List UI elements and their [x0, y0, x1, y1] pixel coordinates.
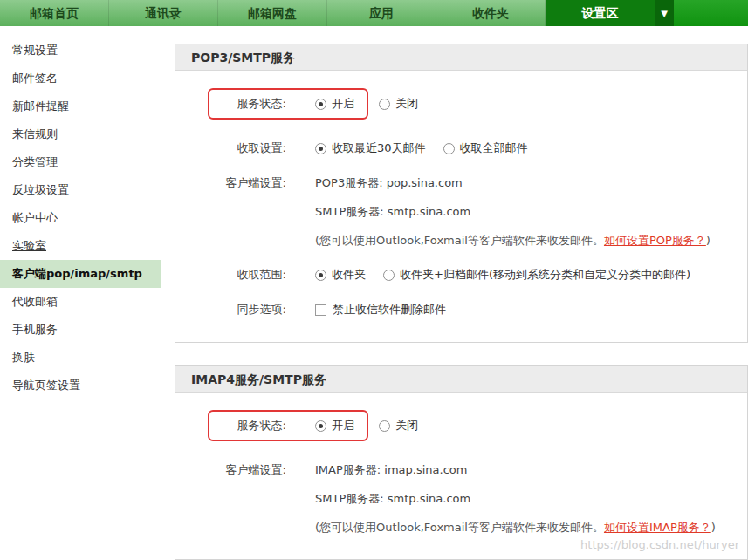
imap-status-on-label: 开启 [332, 418, 354, 434]
chevron-down-icon: ▼ [661, 9, 668, 18]
imap-client-note: (您可以使用Outlook,Foxmail等客户端软件来收发邮件。如何设置IMA… [315, 520, 716, 535]
pop-scope-archive-radio[interactable]: 收件夹+归档邮件(移动到系统分类和自定义分类中的邮件) [383, 267, 690, 283]
radio-icon [315, 143, 326, 154]
sidebar-item-incoming-rules[interactable]: 来信规则 [0, 120, 161, 148]
sidebar-item-account-center[interactable]: 帐户中心 [0, 204, 161, 232]
pop-status-on-radio[interactable]: 开启 [315, 96, 354, 112]
pop-client-note: (您可以使用Outlook,Foxmail等客户端软件来收发邮件。如何设置POP… [315, 233, 710, 248]
pop-note-suffix: ) [706, 234, 710, 247]
settings-page: 邮箱首页 通讯录 邮箱网盘 应用 收件夹 设置区 ▼ 常规设置 邮件签名 新邮件… [0, 0, 748, 560]
sidebar-item-category-management[interactable]: 分类管理 [0, 148, 161, 176]
pop-fetch-scope-label: 收取范围: [215, 267, 286, 283]
imap-server-line: IMAP服务器: imap.sina.com [315, 462, 716, 477]
sidebar-item-new-mail-alert[interactable]: 新邮件提醒 [0, 92, 161, 120]
pop-fetch-setting-row: 收取设置: 收取最近30天邮件 收取全部邮件 [215, 140, 730, 156]
radio-icon [383, 270, 395, 281]
sidebar-item-antispam-settings[interactable]: 反垃圾设置 [0, 176, 161, 204]
imap-help-link[interactable]: 如何设置IMAP服务？ [604, 521, 711, 534]
imap-status-off-radio[interactable]: 关闭 [379, 418, 418, 434]
checkbox-icon [315, 304, 326, 316]
pop-sync-checkbox-label: 禁止收信软件删除邮件 [333, 302, 446, 318]
imap-service-status-label: 服务状态: [215, 418, 286, 434]
pop-client-settings-lines: POP3服务器: pop.sina.com SMTP服务器: smtp.sina… [315, 175, 710, 248]
tab-settings-area[interactable]: 设置区 [546, 0, 655, 26]
sidebar-item-mobile-service[interactable]: 手机服务 [0, 316, 161, 344]
tab-inbox[interactable]: 收件夹 [436, 0, 546, 26]
sidebar-item-delegate-mailbox[interactable]: 代收邮箱 [0, 288, 161, 316]
pop3-smtp-section: POP3/SMTP服务 服务状态: 开启 关闭 [175, 44, 748, 343]
pop-status-off-label: 关闭 [395, 96, 418, 112]
pop-fetch-scope-row: 收取范围: 收件夹 收件夹+归档邮件(移动到系统分类和自定义分类中的邮件) [215, 267, 730, 283]
pop-fetch-all-label: 收取全部邮件 [460, 140, 528, 156]
pop-smtp-server-line: SMTP服务器: smtp.sina.com [315, 204, 710, 219]
sidebar-item-lab[interactable]: 实验室 [0, 232, 161, 260]
radio-icon [315, 270, 326, 281]
radio-icon [315, 99, 326, 110]
tab-contacts[interactable]: 通讯录 [109, 0, 218, 26]
pop-service-status-row: 服务状态: 开启 关闭 [215, 88, 730, 120]
pop-client-settings-label: 客户端设置: [215, 175, 286, 191]
pop-note-text: (您可以使用Outlook,Foxmail等客户端软件来收发邮件。 [315, 234, 604, 247]
settings-main: POP3/SMTP服务 服务状态: 开启 关闭 [161, 26, 748, 560]
radio-icon [379, 99, 390, 110]
pop-scope-inbox-radio[interactable]: 收件夹 [315, 267, 366, 283]
nav-filler [674, 0, 748, 26]
pop-service-status-label: 服务状态: [215, 96, 286, 112]
imap-note-suffix: ) [711, 521, 716, 534]
pop-client-settings-row: 客户端设置: POP3服务器: pop.sina.com SMTP服务器: sm… [215, 175, 730, 248]
settings-dropdown-toggle[interactable]: ▼ [655, 0, 674, 26]
sidebar-item-mail-signature[interactable]: 邮件签名 [0, 65, 161, 92]
tab-mail-drive[interactable]: 邮箱网盘 [218, 0, 327, 26]
top-nav: 邮箱首页 通讯录 邮箱网盘 应用 收件夹 设置区 ▼ [0, 0, 748, 26]
radio-icon [315, 420, 326, 432]
watermark-text: https://blog.csdn.net/huryer [580, 538, 739, 551]
pop-sync-option-label: 同步选项: [215, 302, 286, 318]
pop3-section-body: 服务状态: 开启 关闭 收取设置: 收取最近 [175, 71, 747, 342]
sidebar-item-nav-tab-settings[interactable]: 导航页签设置 [0, 372, 161, 400]
pop-fetch-all-radio[interactable]: 收取全部邮件 [443, 140, 528, 156]
settings-sidebar: 常规设置 邮件签名 新邮件提醒 来信规则 分类管理 反垃圾设置 帐户中心 实验室… [0, 26, 161, 560]
pop-service-status-highlight: 服务状态: 开启 [208, 88, 368, 120]
imap-status-on-radio[interactable]: 开启 [315, 418, 354, 434]
pop-server-line: POP3服务器: pop.sina.com [315, 175, 710, 190]
imap-client-settings-label: 客户端设置: [215, 462, 286, 478]
tab-apps[interactable]: 应用 [327, 0, 436, 26]
imap-service-status-row: 服务状态: 开启 关闭 [215, 410, 730, 441]
sidebar-item-general-settings[interactable]: 常规设置 [0, 37, 161, 65]
imap4-section-body: 服务状态: 开启 关闭 客户端设置: IMAP服务器: imap.si [175, 393, 747, 559]
pop-status-on-label: 开启 [332, 96, 354, 112]
pop-status-off-radio[interactable]: 关闭 [379, 96, 418, 112]
imap4-smtp-section: IMAP4服务/SMTP服务 服务状态: 开启 关闭 [175, 365, 748, 560]
imap-client-settings-row: 客户端设置: IMAP服务器: imap.sina.com SMTP服务器: s… [215, 462, 730, 535]
radio-icon [443, 143, 455, 154]
pop-fetch-recent-label: 收取最近30天邮件 [332, 140, 426, 156]
radio-icon [379, 420, 390, 432]
pop-fetch-setting-label: 收取设置: [215, 140, 286, 156]
pop-sync-option-row: 同步选项: 禁止收信软件删除邮件 [215, 302, 730, 318]
sidebar-item-client-pop-imap-smtp[interactable]: 客户端pop/imap/smtp [0, 260, 161, 288]
pop-help-link[interactable]: 如何设置POP服务？ [604, 234, 706, 247]
pop3-section-title: POP3/SMTP服务 [175, 44, 747, 71]
imap-service-status-highlight: 服务状态: 开启 [208, 410, 368, 441]
pop-scope-archive-label: 收件夹+归档邮件(移动到系统分类和自定义分类中的邮件) [400, 267, 690, 283]
tab-mail-home[interactable]: 邮箱首页 [0, 0, 109, 26]
sidebar-item-lab-label: 实验室 [12, 239, 46, 252]
imap4-section-title: IMAP4服务/SMTP服务 [175, 366, 747, 393]
imap-client-settings-lines: IMAP服务器: imap.sina.com SMTP服务器: smtp.sin… [315, 462, 716, 535]
imap-note-text: (您可以使用Outlook,Foxmail等客户端软件来收发邮件。 [315, 521, 604, 534]
pop-scope-inbox-label: 收件夹 [332, 267, 366, 283]
imap-smtp-server-line: SMTP服务器: smtp.sina.com [315, 491, 716, 506]
pop-sync-checkbox[interactable]: 禁止收信软件删除邮件 [315, 302, 446, 318]
sidebar-item-skin[interactable]: 换肤 [0, 344, 161, 372]
imap-status-off-label: 关闭 [395, 418, 418, 434]
pop-fetch-recent-radio[interactable]: 收取最近30天邮件 [315, 140, 426, 156]
